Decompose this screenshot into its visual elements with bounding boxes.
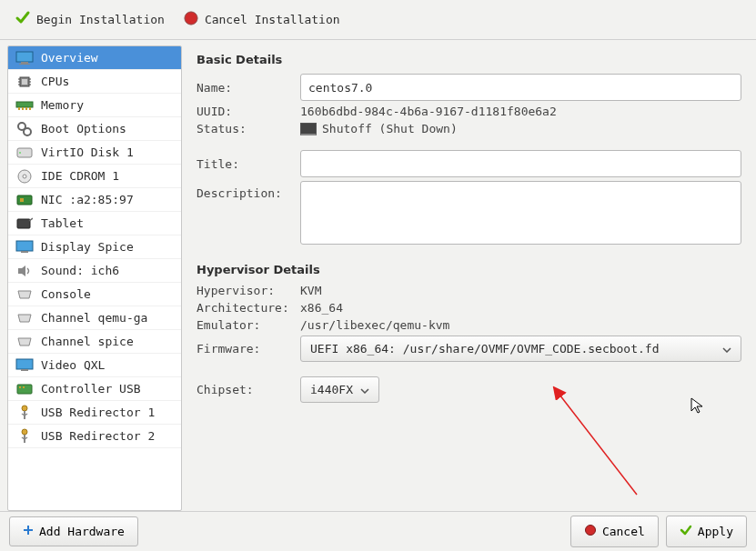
sidebar-item-cpus[interactable]: CPUs bbox=[8, 70, 181, 94]
svg-rect-14 bbox=[18, 107, 20, 110]
sidebar-item-label: Tablet bbox=[41, 216, 84, 230]
details-content: Basic Details Name: UUID: 160b6dbd-984c-… bbox=[182, 40, 756, 511]
sidebar-item-channel-qemu-ga[interactable]: Channel qemu-ga bbox=[8, 306, 181, 330]
check-icon bbox=[680, 524, 692, 539]
add-hardware-button[interactable]: Add Hardware bbox=[9, 516, 138, 546]
sidebar-item-boot-options[interactable]: Boot Options bbox=[8, 117, 181, 141]
sidebar-item-label: Display Spice bbox=[41, 240, 134, 254]
sidebar-item-label: Console bbox=[41, 287, 91, 301]
hv-value: KVM bbox=[300, 284, 321, 297]
sidebar-item-virtio-disk-1[interactable]: VirtIO Disk 1 bbox=[8, 141, 181, 165]
begin-installation-label: Begin Installation bbox=[36, 13, 165, 26]
hypervisor-details-heading: Hypervisor Details bbox=[197, 263, 741, 276]
emu-label: Emulator: bbox=[197, 318, 291, 332]
uuid-label: UUID: bbox=[197, 105, 291, 118]
status-text: Shutoff (Shut Down) bbox=[322, 122, 458, 135]
svg-point-39 bbox=[22, 429, 27, 435]
svg-rect-32 bbox=[17, 385, 32, 394]
sidebar-item-video-qxl[interactable]: Video QXL bbox=[8, 354, 181, 377]
sidebar-item-usb-redirector-2[interactable]: USB Redirector 2 bbox=[8, 425, 181, 448]
description-input[interactable] bbox=[300, 181, 741, 245]
sidebar-item-overview[interactable]: Overview bbox=[8, 46, 181, 70]
hardware-sidebar: Overview CPUs Memory Boot Options VirtIO… bbox=[7, 45, 182, 511]
svg-point-23 bbox=[23, 175, 26, 178]
sidebar-item-label: Controller USB bbox=[41, 382, 141, 396]
svg-rect-31 bbox=[21, 369, 28, 371]
sidebar-item-display-spice[interactable]: Display Spice bbox=[8, 235, 181, 259]
fw-label: Firmware: bbox=[197, 342, 291, 356]
display-icon bbox=[15, 239, 34, 255]
sidebar-item-ide-cdrom-1[interactable]: IDE CDROM 1 bbox=[8, 165, 181, 188]
sidebar-item-tablet[interactable]: Tablet bbox=[8, 212, 181, 235]
svg-rect-2 bbox=[16, 52, 33, 62]
network-icon bbox=[15, 192, 34, 208]
basic-details-heading: Basic Details bbox=[197, 53, 741, 66]
svg-rect-34 bbox=[23, 386, 25, 388]
name-input[interactable] bbox=[300, 74, 741, 101]
svg-rect-13 bbox=[16, 102, 33, 107]
apply-label: Apply bbox=[698, 525, 733, 538]
sidebar-item-label: USB Redirector 2 bbox=[41, 429, 155, 443]
svg-rect-25 bbox=[20, 198, 24, 202]
stop-icon bbox=[584, 524, 597, 539]
cpu-icon bbox=[15, 74, 34, 90]
sidebar-item-channel-spice[interactable]: Channel spice bbox=[8, 330, 181, 354]
firmware-value: UEFI x86_64: /usr/share/OVMF/OVMF_CODE.s… bbox=[310, 342, 660, 356]
apply-button[interactable]: Apply bbox=[666, 516, 747, 547]
begin-installation-button[interactable]: Begin Installation bbox=[9, 6, 170, 33]
serial-icon bbox=[15, 310, 34, 326]
svg-rect-15 bbox=[22, 107, 24, 110]
sidebar-item-label: VirtIO Disk 1 bbox=[41, 145, 134, 159]
status-off-icon bbox=[300, 123, 317, 135]
chipset-select[interactable]: i440FX bbox=[300, 376, 379, 403]
gears-icon bbox=[15, 121, 34, 137]
cancel-label: Cancel bbox=[602, 525, 645, 538]
cancel-button[interactable]: Cancel bbox=[570, 516, 659, 547]
title-label: Title: bbox=[197, 157, 291, 171]
sidebar-item-console[interactable]: Console bbox=[8, 283, 181, 306]
chevron-down-icon bbox=[360, 383, 369, 396]
main-area: Overview CPUs Memory Boot Options VirtIO… bbox=[0, 40, 756, 511]
sidebar-item-memory[interactable]: Memory bbox=[8, 94, 181, 117]
chipset-value: i440FX bbox=[310, 383, 353, 396]
sidebar-item-label: USB Redirector 1 bbox=[41, 406, 155, 419]
svg-rect-3 bbox=[21, 62, 28, 64]
sidebar-item-label: Video QXL bbox=[41, 358, 105, 372]
usb-icon bbox=[15, 428, 34, 445]
svg-rect-24 bbox=[17, 195, 32, 205]
svg-point-35 bbox=[22, 406, 27, 411]
sidebar-item-label: Channel qemu-ga bbox=[41, 311, 147, 325]
sidebar-item-sound[interactable]: Sound: ich6 bbox=[8, 259, 181, 283]
add-hardware-label: Add Hardware bbox=[39, 525, 125, 538]
uuid-value: 160b6dbd-984c-4b6a-9167-d1181f80e6a2 bbox=[300, 105, 557, 118]
sidebar-item-nic[interactable]: NIC :a2:85:97 bbox=[8, 188, 181, 212]
svg-rect-6 bbox=[22, 79, 27, 85]
cancel-installation-label: Cancel Installation bbox=[205, 13, 340, 26]
memory-icon bbox=[15, 97, 34, 114]
sidebar-item-label: Boot Options bbox=[41, 122, 126, 135]
svg-rect-30 bbox=[16, 359, 33, 369]
status-value: Shutoff (Shut Down) bbox=[300, 122, 458, 135]
firmware-select[interactable]: UEFI x86_64: /usr/share/OVMF/OVMF_CODE.s… bbox=[300, 336, 741, 362]
annotation-arrow bbox=[546, 386, 655, 504]
sidebar-item-label: Memory bbox=[41, 98, 84, 112]
hv-label: Hypervisor: bbox=[197, 284, 291, 297]
tablet-icon bbox=[15, 215, 34, 232]
usb-icon bbox=[15, 405, 34, 421]
plus-icon bbox=[23, 525, 34, 538]
cancel-installation-button[interactable]: Cancel Installation bbox=[177, 6, 346, 33]
svg-rect-17 bbox=[29, 107, 31, 110]
name-label: Name: bbox=[197, 81, 291, 95]
svg-rect-16 bbox=[25, 107, 27, 110]
sound-icon bbox=[15, 263, 34, 279]
svg-point-21 bbox=[19, 152, 21, 154]
sidebar-item-controller-usb[interactable]: Controller USB bbox=[8, 377, 181, 401]
sidebar-item-label: Overview bbox=[41, 51, 98, 65]
disk-icon bbox=[15, 145, 34, 161]
display-icon bbox=[15, 357, 34, 374]
main-toolbar: Begin Installation Cancel Installation bbox=[0, 0, 756, 40]
svg-rect-33 bbox=[19, 386, 21, 388]
title-input[interactable] bbox=[300, 150, 741, 177]
emu-value: /usr/libexec/qemu-kvm bbox=[300, 318, 449, 332]
sidebar-item-usb-redirector-1[interactable]: USB Redirector 1 bbox=[8, 401, 181, 425]
